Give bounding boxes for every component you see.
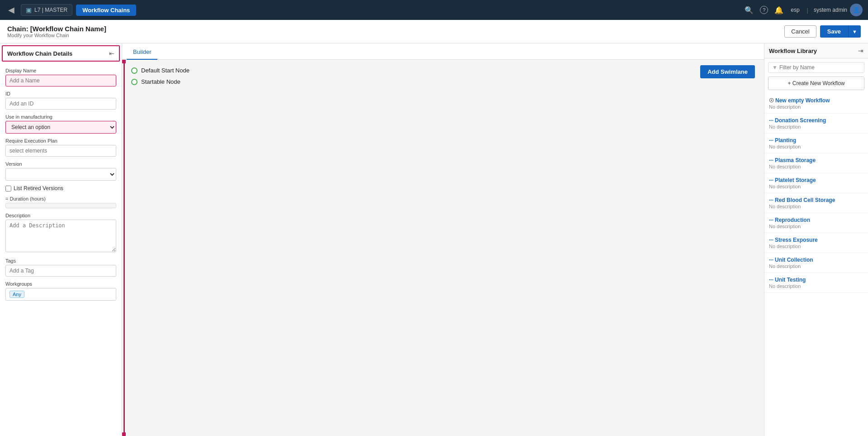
app-badge-label: L7 | MASTER xyxy=(34,7,67,13)
workflow-item-name: ··· Platelet Storage xyxy=(769,177,863,183)
workflow-drag-icon: ··· xyxy=(769,237,773,243)
center-tabs: Builder xyxy=(122,43,764,60)
workflow-item-name: ☉ New empty Workflow xyxy=(769,97,863,104)
version-select[interactable] xyxy=(5,168,116,181)
workflow-item-name: ··· Stress Exposure xyxy=(769,237,863,243)
id-label: ID xyxy=(5,91,116,96)
workflow-list-item[interactable]: ··· PlantingNo description xyxy=(764,134,868,153)
description-textarea[interactable] xyxy=(5,220,116,252)
workflow-item-desc: No description xyxy=(769,184,863,189)
id-group: ID xyxy=(5,91,116,110)
workflow-list-item[interactable]: ☉ New empty WorkflowNo description xyxy=(764,94,868,114)
filter-icon: ▼ xyxy=(772,64,778,71)
builder-canvas: Add Swimlane Default Start Node Startabl… xyxy=(122,60,764,436)
duration-display xyxy=(5,203,116,208)
display-name-label: Display Name xyxy=(5,68,116,73)
display-name-input[interactable] xyxy=(5,75,116,86)
nav-icon-group: 🔍 ? 🔔 xyxy=(745,6,783,14)
user-menu[interactable]: system admin 👤 xyxy=(814,4,863,16)
workflow-list-item[interactable]: ··· Red Blood Cell StorageNo description xyxy=(764,193,868,213)
expand-panel-button[interactable]: ⇥ xyxy=(858,47,863,54)
node-startable: Startable Node xyxy=(131,78,755,85)
require-exec-group: Require Execution Plan xyxy=(5,138,116,157)
node-circle-icon xyxy=(131,67,138,74)
node-startable-label: Startable Node xyxy=(141,78,180,85)
filter-input[interactable] xyxy=(779,64,860,71)
workflow-item-desc: No description xyxy=(769,124,863,129)
page-subtitle: Modify your Workflow Chain xyxy=(7,33,784,38)
notification-icon[interactable]: 🔔 xyxy=(774,6,783,14)
workflow-item-desc: No description xyxy=(769,244,863,249)
right-panel-title: Workflow Library xyxy=(769,48,817,54)
duration-label: = Duration (hours) xyxy=(5,196,116,201)
require-exec-input[interactable] xyxy=(5,145,116,157)
id-input[interactable] xyxy=(5,98,116,110)
workflow-list-item[interactable]: ··· Platelet StorageNo description xyxy=(764,173,868,193)
workflow-item-name: ··· Planting xyxy=(769,137,863,144)
workflow-item-desc: No description xyxy=(769,264,863,269)
left-panel: Workflow Chain Details ⇤ Display Name ID… xyxy=(0,43,122,436)
use-in-mfg-label: Use in manufacturing xyxy=(5,114,116,120)
swimlane-container xyxy=(122,60,126,436)
app-badge: ▣ L7 | MASTER xyxy=(21,4,72,16)
workflow-item-desc: No description xyxy=(769,224,863,229)
top-navigation: ◀ ▣ L7 | MASTER Workflow Chains 🔍 ? 🔔 es… xyxy=(0,0,868,20)
tags-input[interactable] xyxy=(5,265,116,277)
node-default-start-label: Default Start Node xyxy=(141,67,190,74)
swimlane-line xyxy=(123,60,125,436)
language-label: esp xyxy=(791,7,799,13)
workflow-drag-icon: ··· xyxy=(769,157,773,163)
user-name-label: system admin xyxy=(814,7,847,13)
workflow-list: ☉ New empty WorkflowNo description··· Do… xyxy=(764,94,868,436)
add-swimlane-button[interactable]: Add Swimlane xyxy=(700,65,755,78)
list-retired-label[interactable]: List Retired Versions xyxy=(14,185,63,192)
use-in-mfg-group: Use in manufacturing Select an option Ye… xyxy=(5,114,116,134)
tags-label: Tags xyxy=(5,258,116,264)
page-title-group: Chain: [Workflow Chain Name] Modify your… xyxy=(7,25,784,38)
workflow-item-desc: No description xyxy=(769,283,863,289)
workflow-list-item[interactable]: ··· Plasma StorageNo description xyxy=(764,153,868,173)
search-icon[interactable]: 🔍 xyxy=(745,6,754,14)
collapse-panel-button[interactable]: ⇤ xyxy=(109,50,114,57)
center-panel: Builder Add Swimlane Default Start Node … xyxy=(122,43,764,436)
save-dropdown-button[interactable]: ▼ xyxy=(848,25,861,38)
workgroups-box[interactable]: Any xyxy=(5,288,116,301)
node-circle-icon-2 xyxy=(131,79,138,85)
workflow-item-name: ··· Unit Testing xyxy=(769,277,863,283)
workflow-item-name: ··· Reproduction xyxy=(769,217,863,223)
list-retired-group: List Retired Versions xyxy=(5,185,116,192)
workflow-item-name: ··· Red Blood Cell Storage xyxy=(769,197,863,203)
workflow-item-desc: No description xyxy=(769,144,863,149)
node-default-start: Default Start Node xyxy=(131,67,755,74)
left-panel-title: Workflow Chain Details xyxy=(7,50,72,57)
workflow-item-desc: No description xyxy=(769,204,863,209)
back-button[interactable]: ◀ xyxy=(5,3,17,17)
description-label: Description xyxy=(5,213,116,218)
help-icon[interactable]: ? xyxy=(760,6,768,14)
workflow-list-item[interactable]: ··· Donation ScreeningNo description xyxy=(764,114,868,134)
header-actions: Cancel Save ▼ xyxy=(784,25,861,38)
swimlane-cap-top xyxy=(122,60,126,63)
workgroups-label: Workgroups xyxy=(5,281,116,287)
workflow-list-item[interactable]: ··· Stress ExposureNo description xyxy=(764,233,868,253)
workflow-list-item[interactable]: ··· ReproductionNo description xyxy=(764,213,868,233)
version-group: Version xyxy=(5,161,116,181)
save-button[interactable]: Save xyxy=(820,25,848,38)
workflow-drag-icon: ··· xyxy=(769,197,773,203)
tags-group: Tags xyxy=(5,258,116,277)
use-in-mfg-select[interactable]: Select an option Yes No xyxy=(5,121,116,134)
list-retired-checkbox[interactable] xyxy=(5,186,11,192)
workflow-chains-nav-button[interactable]: Workflow Chains xyxy=(76,5,136,16)
right-panel-header: Workflow Library ⇥ xyxy=(764,43,868,58)
require-exec-label: Require Execution Plan xyxy=(5,138,116,144)
filter-box[interactable]: ▼ xyxy=(768,62,864,73)
workflow-list-item[interactable]: ··· Unit TestingNo description xyxy=(764,273,868,293)
create-workflow-button[interactable]: + Create New Workflow xyxy=(768,77,864,90)
tab-builder[interactable]: Builder xyxy=(127,45,157,60)
swimlane-cap-bottom xyxy=(122,432,126,436)
display-name-group: Display Name xyxy=(5,68,116,86)
main-layout: Workflow Chain Details ⇤ Display Name ID… xyxy=(0,43,868,436)
workflow-drag-icon: ··· xyxy=(769,137,773,144)
workflow-list-item[interactable]: ··· Unit CollectionNo description xyxy=(764,253,868,273)
cancel-button[interactable]: Cancel xyxy=(784,25,816,38)
